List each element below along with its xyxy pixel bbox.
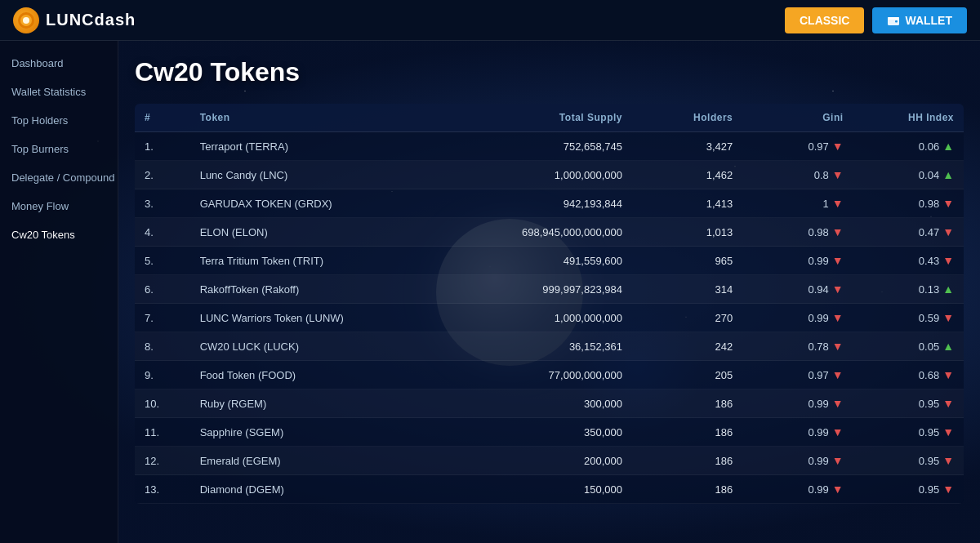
cell-gini: 0.99▼ [742,247,853,275]
cell-gini: 0.99▼ [742,304,853,332]
hh-down-icon: ▼ [942,425,954,438]
cell-holders: 3,427 [632,132,742,161]
cell-hh: 0.95▼ [853,418,964,447]
cell-num: 11. [135,418,190,447]
table-row: 9. Food Token (FOOD) 77,000,000,000 205 … [135,361,964,389]
cell-token: CW20 LUCK (LUCK) [190,332,448,361]
hh-down-icon: ▼ [942,454,954,467]
cell-supply: 491,559,600 [448,247,632,275]
cell-gini: 0.78▼ [742,332,853,361]
hh-down-icon: ▼ [942,368,954,381]
gini-down-icon: ▼ [832,483,844,496]
cell-gini: 1▼ [742,189,853,218]
table-row: 4. ELON (ELON) 698,945,000,000,000 1,013… [135,218,964,247]
hh-up-icon: ▲ [942,283,954,296]
gini-down-icon: ▼ [832,368,844,381]
cell-token: Emerald (EGEM) [190,447,448,475]
table-row: 8. CW20 LUCK (LUCK) 36,152,361 242 0.78▼… [135,332,964,361]
svg-rect-4 [888,17,899,20]
cell-holders: 270 [632,304,742,332]
tokens-table: # Token Total Supply Holders Gini HH Ind… [135,104,964,504]
wallet-button[interactable]: WALLET [872,7,967,33]
hh-up-icon: ▲ [942,140,954,153]
cell-gini: 0.99▼ [742,447,853,475]
table-row: 5. Terra Tritium Token (TRIT) 491,559,60… [135,247,964,275]
cell-token: Lunc Candy (LNC) [190,161,448,189]
cell-holders: 242 [632,332,742,361]
cell-gini: 0.99▼ [742,418,853,447]
gini-down-icon: ▼ [832,397,844,410]
cell-token: ELON (ELON) [190,218,448,247]
gini-down-icon: ▼ [832,168,844,181]
gini-down-icon: ▼ [832,283,844,296]
col-header-gini: Gini [742,104,853,132]
cell-holders: 965 [632,247,742,275]
cell-hh: 0.59▼ [853,304,964,332]
gini-down-icon: ▼ [832,311,844,324]
cell-hh: 0.68▼ [853,361,964,389]
cell-supply: 698,945,000,000,000 [448,218,632,247]
cell-hh: 0.95▼ [853,447,964,475]
cell-token: GARUDAX TOKEN (GRDX) [190,189,448,218]
sidebar: Dashboard Wallet Statistics Top Holders … [0,41,118,543]
hh-down-icon: ▼ [942,311,954,324]
cell-holders: 1,413 [632,189,742,218]
hh-down-icon: ▼ [942,225,954,238]
cell-holders: 1,013 [632,218,742,247]
cell-token: Food Token (FOOD) [190,361,448,389]
table-row: 6. RakoffToken (Rakoff) 999,997,823,984 … [135,275,964,304]
cell-num: 12. [135,447,190,475]
cell-holders: 186 [632,389,742,418]
sidebar-item-money-flow[interactable]: Money Flow [0,192,118,220]
cell-hh: 0.04▲ [853,161,964,189]
hh-down-icon: ▼ [942,197,954,210]
cell-holders: 186 [632,475,742,504]
cell-holders: 186 [632,418,742,447]
sidebar-item-wallet-statistics[interactable]: Wallet Statistics [0,78,118,106]
cell-token: RakoffToken (Rakoff) [190,275,448,304]
col-header-hh: HH Index [853,104,964,132]
sidebar-item-top-holders[interactable]: Top Holders [0,106,118,135]
sidebar-item-dashboard[interactable]: Dashboard [0,49,118,78]
cell-gini: 0.97▼ [742,361,853,389]
cell-num: 9. [135,361,190,389]
cell-supply: 36,152,361 [448,332,632,361]
sidebar-item-delegate-compound[interactable]: Delegate / Compound [0,163,118,192]
cell-supply: 1,000,000,000 [448,304,632,332]
cell-holders: 1,462 [632,161,742,189]
gini-down-icon: ▼ [832,340,844,353]
table-row: 2. Lunc Candy (LNC) 1,000,000,000 1,462 … [135,161,964,189]
cell-supply: 999,997,823,984 [448,275,632,304]
app-header: LUNCdash CLASSIC WALLET [0,0,980,41]
cell-hh: 0.43▼ [853,247,964,275]
cell-gini: 0.99▼ [742,475,853,504]
sidebar-item-cw20-tokens[interactable]: Cw20 Tokens [0,220,118,249]
main-content: Cw20 Tokens # Token Total Supply Holders… [118,41,980,543]
table-row: 1. Terraport (TERRA) 752,658,745 3,427 0… [135,132,964,161]
cell-token: Ruby (RGEM) [190,389,448,418]
hh-up-icon: ▲ [942,168,954,181]
svg-point-2 [23,17,29,24]
table-row: 3. GARUDAX TOKEN (GRDX) 942,193,844 1,41… [135,189,964,218]
logo-icon [13,7,39,33]
table-row: 7. LUNC Warriors Token (LUNW) 1,000,000,… [135,304,964,332]
classic-button[interactable]: CLASSIC [785,7,864,33]
cell-gini: 0.99▼ [742,389,853,418]
cell-gini: 0.97▼ [742,132,853,161]
logo-text: LUNCdash [46,11,136,29]
cell-token: LUNC Warriors Token (LUNW) [190,304,448,332]
main-layout: Dashboard Wallet Statistics Top Holders … [0,41,980,543]
page-title: Cw20 Tokens [135,57,964,87]
table-row: 11. Sapphire (SGEM) 350,000 186 0.99▼ 0.… [135,418,964,447]
cell-hh: 0.05▲ [853,332,964,361]
wallet-icon [887,14,900,27]
cell-num: 2. [135,161,190,189]
col-header-holders: Holders [632,104,742,132]
cell-hh: 0.95▼ [853,475,964,504]
cell-supply: 1,000,000,000 [448,161,632,189]
sidebar-item-top-burners[interactable]: Top Burners [0,135,118,163]
cell-holders: 186 [632,447,742,475]
cell-num: 1. [135,132,190,161]
cell-supply: 350,000 [448,418,632,447]
cell-supply: 77,000,000,000 [448,361,632,389]
